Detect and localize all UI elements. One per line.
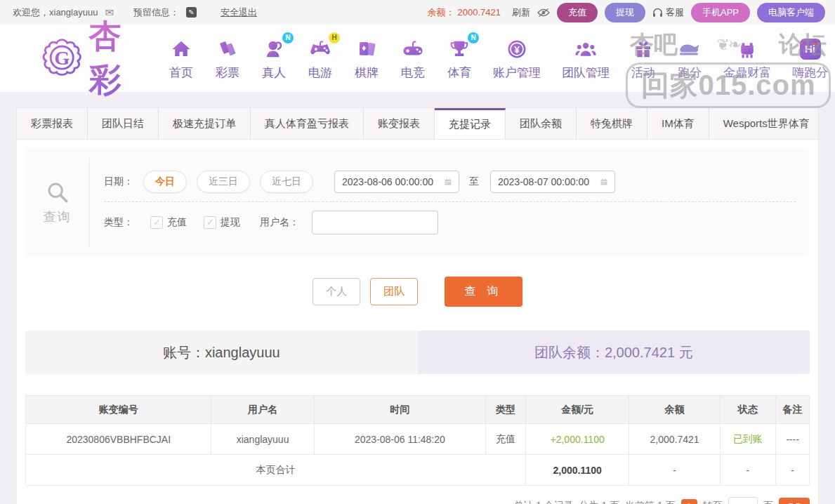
cell-status: 已到账 <box>720 424 775 455</box>
total-label: 本页合计 <box>26 455 526 486</box>
tab-account-changes[interactable]: 账变报表 <box>364 108 435 139</box>
total-balance: - <box>629 455 720 486</box>
total-amount: 2,000.1100 <box>525 455 629 486</box>
tab-wesports[interactable]: Wesports世界体育 <box>709 108 824 139</box>
nav-items: 首页 彩票 N 真人 H 电游 棋牌 <box>169 37 828 81</box>
nav-item-team[interactable]: 团队管理 <box>562 37 610 81</box>
col-type: 类型 <box>486 396 526 424</box>
withdraw-checkbox-wrap[interactable]: 提现 <box>204 216 240 229</box>
nav-item-paofen[interactable]: 跑分 <box>677 37 702 81</box>
nav-item-sports[interactable]: N 体育 <box>447 37 472 81</box>
date-filter-row: 日期： 今日 近三日 近七日 至 <box>104 162 796 201</box>
nav-item-cards[interactable]: 棋牌 <box>354 37 379 81</box>
personal-button[interactable]: 个人 <box>313 278 360 305</box>
nav-item-haipaofen[interactable]: Hi 嗨跑分 <box>792 37 828 81</box>
col-balance: 余额 <box>629 396 720 424</box>
nav-item-activity[interactable]: 活动 <box>631 37 656 81</box>
nav-item-egames[interactable]: H 电游 <box>308 37 333 81</box>
date-from-input[interactable] <box>342 176 439 187</box>
refresh-link[interactable]: 刷新 <box>512 6 530 19</box>
team-balance-label: 团队余额： <box>534 343 605 362</box>
quick-3days-button[interactable]: 近三日 <box>197 171 250 193</box>
quick-today-button[interactable]: 今日 <box>143 171 187 193</box>
pc-client-button[interactable]: 电脑客户端 <box>757 3 825 22</box>
report-tabbar: 彩票报表 团队日结 极速充提订单 真人体育盈亏报表 账变报表 充提记录 团队余额… <box>16 107 819 140</box>
nav-item-account[interactable]: ¥ 账户管理 <box>493 37 541 81</box>
tab-deposit-withdraw-records[interactable]: 充提记录 <box>435 108 506 139</box>
query-button[interactable]: 查 询 <box>445 277 522 307</box>
cell-amount: +2,000.1100 <box>525 424 629 455</box>
recharge-checkbox-wrap[interactable]: 充值 <box>150 216 187 229</box>
gamepad-icon: H <box>308 37 333 62</box>
col-time: 时间 <box>314 396 485 424</box>
col-remark: 备注 <box>775 396 809 424</box>
username-label: 用户名： <box>260 216 299 229</box>
date-to-input[interactable] <box>498 176 595 187</box>
date-from-field[interactable] <box>334 171 459 193</box>
account-band: 账号： xianglayuuu 团队余额： 2,000.7421 元 <box>25 331 810 374</box>
tab-live-sports-pl[interactable]: 真人体育盈亏报表 <box>251 108 364 139</box>
date-to-field[interactable] <box>490 171 615 193</box>
tab-lottery-report[interactable]: 彩票报表 <box>17 108 88 139</box>
svg-text:G: G <box>54 47 70 69</box>
col-username: 用户名 <box>211 396 314 424</box>
username-input[interactable] <box>312 211 438 234</box>
site-logo[interactable]: G 杏彩 <box>41 15 154 102</box>
nav-item-esports[interactable]: 电竞 <box>400 37 426 81</box>
col-status: 状态 <box>720 396 775 424</box>
eye-off-icon[interactable] <box>537 8 550 18</box>
esports-gamepad-icon <box>400 37 426 62</box>
logo-text: 杏彩 <box>88 15 154 102</box>
col-amount: 金额/元 <box>525 396 629 424</box>
current-page-badge[interactable]: 1 <box>681 499 697 504</box>
tab-fast-orders[interactable]: 极速充提订单 <box>159 108 251 139</box>
type-filter-row: 类型： 充值 提现 用户名： <box>104 201 796 243</box>
tab-team-daily[interactable]: 团队日结 <box>88 108 159 139</box>
recharge-button[interactable]: 充值 <box>557 3 598 22</box>
tripod-cauldron-icon <box>735 37 760 62</box>
nav-item-jinding[interactable]: 金鼎财富 <box>723 37 771 81</box>
account-value: xianglayuuu <box>205 345 280 361</box>
yen-circle-icon: ¥ <box>504 37 530 62</box>
cell-type: 充值 <box>486 424 526 455</box>
go-button[interactable]: GO <box>779 498 810 504</box>
records-table: 账变编号 用户名 时间 类型 金额/元 余额 状态 备注 20230806VBB… <box>25 395 810 486</box>
withdraw-checkbox[interactable] <box>204 216 216 229</box>
recharge-checkbox[interactable] <box>150 216 163 229</box>
nav-item-lottery[interactable]: 彩票 <box>215 37 240 81</box>
pagination-summary: 总计 1 个记录, 分为 1 页, 当前第 1 页 <box>513 500 675 504</box>
tab-tetu-cards[interactable]: 特兔棋牌 <box>577 108 647 139</box>
badge-n: N <box>282 32 294 44</box>
rhino-logo-icon <box>677 37 702 62</box>
col-change-id: 账变编号 <box>26 396 211 424</box>
cards-icon <box>354 37 379 62</box>
tab-im-sports[interactable]: IM体育 <box>647 108 709 139</box>
table-total-row: 本页合计 2,000.1100 - - - <box>26 455 810 486</box>
team-balance-value: 2,000.7421 元 <box>605 343 693 362</box>
gift-icon <box>631 37 656 62</box>
date-label: 日期： <box>104 175 133 188</box>
trophy-icon: N <box>447 37 472 62</box>
mobile-app-button[interactable]: 手机APP <box>691 3 750 22</box>
edit-icon[interactable]: ✎ <box>186 7 197 18</box>
live-dealer-icon: N <box>261 37 287 62</box>
type-label: 类型： <box>104 216 133 229</box>
badge-h: H <box>329 32 340 44</box>
hi-app-icon: Hi <box>798 37 823 62</box>
customer-service-link[interactable]: 客服 <box>652 6 684 19</box>
nav-item-home[interactable]: 首页 <box>169 37 194 81</box>
table-header-row: 账变编号 用户名 时间 类型 金额/元 余额 状态 备注 <box>26 396 810 424</box>
nav-item-live[interactable]: N 真人 <box>261 37 287 81</box>
withdraw-button[interactable]: 提现 <box>605 3 645 22</box>
logout-link[interactable]: 安全退出 <box>221 6 257 19</box>
query-side-button[interactable]: 查询 <box>25 158 90 247</box>
cell-remark: ---- <box>775 424 809 455</box>
team-button[interactable]: 团队 <box>370 278 418 305</box>
goto-page-input[interactable] <box>728 497 758 504</box>
goto-label: 转至 <box>703 500 723 504</box>
tab-team-balance[interactable]: 团队余额 <box>506 108 577 139</box>
team-balance-block: 团队余额： 2,000.7421 元 <box>418 331 810 374</box>
total-remark: - <box>775 455 809 486</box>
quick-7days-button[interactable]: 近七日 <box>260 171 313 193</box>
page-unit-label: 页 <box>763 500 773 504</box>
